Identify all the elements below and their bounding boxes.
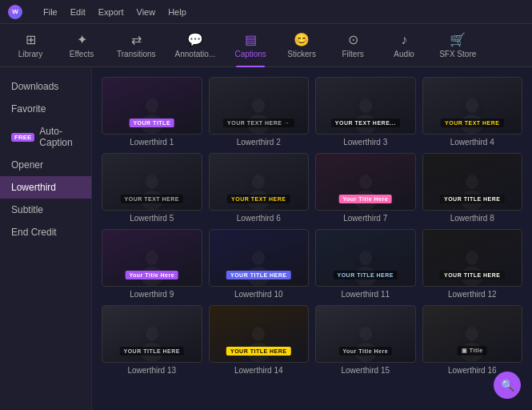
svg-point-22 — [466, 251, 478, 265]
menu-item-help[interactable]: Help — [168, 7, 186, 17]
grid-item-1[interactable]: YOUR TITLE Lowerthird 1 — [102, 77, 202, 147]
tab-label-stickers: Stickers — [287, 50, 316, 58]
card-label-15: Lowerthird 15 — [315, 366, 416, 375]
tab-label-audio: Audio — [394, 50, 414, 58]
person-silhouette — [346, 246, 386, 286]
menu-item-file[interactable]: File — [43, 7, 58, 17]
tab-stickers[interactable]: 😊 Stickers — [278, 27, 326, 64]
grid-item-16[interactable]: ▣ Title Lowerthird 16 — [422, 305, 523, 375]
grid-item-9[interactable]: Your Title Here Lowerthird 9 — [102, 229, 202, 299]
card-label-2: Lowerthird 2 — [209, 138, 310, 147]
thumb-overlay-15: Your Title Here — [338, 347, 392, 356]
tab-icon-filters: ⊙ — [348, 32, 358, 47]
card-label-8: Lowerthird 8 — [422, 214, 523, 223]
sidebar-label-opener: Opener — [11, 159, 43, 171]
sidebar-item-favorite[interactable]: Favorite — [0, 98, 91, 120]
person-silhouette — [132, 170, 172, 210]
sidebar-label-subtitle: Subtitle — [11, 204, 43, 215]
thumb-overlay-9: Your Title Here — [125, 271, 178, 279]
thumb-overlay-16: ▣ Title — [458, 346, 487, 356]
grid-item-12[interactable]: YOUR TITLE HERE Lowerthird 12 — [422, 229, 523, 299]
tab-audio[interactable]: ♪ Audio — [380, 27, 428, 64]
tab-label-library: Library — [18, 50, 43, 58]
thumb-overlay-7: Your Title Here — [338, 195, 392, 203]
grid-item-11[interactable]: YOUR TITLE HERE Lowerthird 11 — [315, 229, 416, 299]
grid-item-2[interactable]: YOUR TEXT HERE → Lowerthird 2 — [209, 77, 310, 147]
card-label-3: Lowerthird 3 — [315, 138, 416, 147]
grid-item-5[interactable]: YOUR TEXT HERE Lowerthird 5 — [102, 153, 202, 223]
tab-icon-library: ⊞ — [26, 32, 36, 47]
card-label-4: Lowerthird 4 — [422, 138, 523, 147]
menu-item-view[interactable]: View — [137, 7, 156, 17]
tab-icon-transitions: ⇄ — [131, 32, 142, 47]
search-button[interactable]: 🔍 — [494, 372, 521, 399]
svg-point-6 — [466, 98, 478, 113]
svg-point-2 — [252, 98, 265, 113]
card-label-7: Lowerthird 7 — [315, 214, 416, 223]
tab-label-effects: Effects — [70, 50, 94, 58]
svg-point-16 — [146, 251, 158, 265]
person-silhouette — [238, 322, 278, 362]
sidebar-item-lowerthird[interactable]: Lowerthird — [0, 176, 91, 199]
sidebar-label-autocaption: Auto-Caption — [39, 126, 80, 148]
tab-icon-sfxstore: 🛒 — [450, 32, 466, 47]
titlebar: W FileEditExportViewHelp — [0, 0, 532, 24]
menu-item-edit[interactable]: Edit — [70, 7, 86, 17]
grid-item-13[interactable]: YOUR TITLE HERE Lowerthird 13 — [102, 305, 202, 375]
grid-item-14[interactable]: YOUR TITLE HERE Lowerthird 14 — [209, 305, 310, 375]
grid-item-8[interactable]: YOUR TITLE HERE Lowerthird 8 — [422, 153, 523, 223]
person-silhouette — [346, 322, 386, 362]
tab-effects[interactable]: ✦ Effects — [58, 27, 106, 64]
person-silhouette — [132, 94, 172, 134]
person-silhouette — [452, 322, 492, 362]
svg-point-4 — [359, 98, 372, 113]
svg-point-14 — [466, 175, 478, 189]
tab-filters[interactable]: ⊙ Filters — [329, 27, 377, 64]
sidebar-item-autocaption[interactable]: FREEAuto-Caption — [0, 120, 91, 154]
thumb-overlay-5: YOUR TEXT HERE — [121, 195, 183, 203]
person-silhouette — [132, 246, 172, 286]
grid-item-7[interactable]: Your Title Here Lowerthird 7 — [315, 153, 416, 223]
person-silhouette — [238, 170, 278, 210]
thumb-overlay-1: YOUR TITLE — [129, 119, 174, 127]
tab-annotations[interactable]: 💬 Annotatio... — [167, 27, 224, 64]
svg-point-10 — [252, 175, 265, 189]
toolbar: ⊞ Library ✦ Effects ⇄ Transitions 💬 Anno… — [0, 24, 532, 67]
tab-label-sfxstore: SFX Store — [439, 50, 476, 58]
person-silhouette — [452, 246, 492, 286]
svg-point-24 — [146, 327, 158, 341]
thumb-overlay-13: YOUR TITLE HERE — [119, 347, 184, 356]
sidebar-label-downloads: Downloads — [11, 81, 58, 92]
sidebar-item-endcredit[interactable]: End Credit — [0, 221, 91, 243]
menu-item-export[interactable]: Export — [98, 7, 124, 17]
sidebar-item-downloads[interactable]: Downloads — [0, 75, 91, 98]
grid-item-15[interactable]: Your Title Here Lowerthird 15 — [315, 305, 416, 375]
badge-free: FREE — [11, 133, 34, 142]
grid-item-3[interactable]: YOUR TEXT HERE... Lowerthird 3 — [315, 77, 416, 147]
card-label-12: Lowerthird 12 — [422, 290, 523, 299]
menu-bar: FileEditExportViewHelp — [43, 7, 186, 17]
svg-point-0 — [146, 98, 158, 113]
tab-library[interactable]: ⊞ Library — [6, 27, 54, 64]
grid-item-10[interactable]: YOUR TITLE HERE Lowerthird 10 — [209, 229, 310, 299]
thumb-overlay-8: YOUR TITLE HERE — [440, 195, 505, 203]
tab-icon-stickers: 😊 — [294, 32, 310, 47]
items-grid: YOUR TITLE Lowerthird 1 YOUR TEXT HERE →… — [102, 77, 522, 375]
sidebar: DownloadsFavoriteFREEAuto-CaptionOpenerL… — [0, 67, 92, 410]
sidebar-item-subtitle[interactable]: Subtitle — [0, 199, 91, 221]
grid-item-4[interactable]: YOUR TEXT HERE Lowerthird 4 — [422, 77, 523, 147]
person-silhouette — [346, 94, 386, 134]
tab-icon-captions: ▤ — [245, 32, 257, 47]
tab-icon-annotations: 💬 — [187, 32, 203, 47]
person-silhouette — [452, 94, 492, 134]
svg-point-30 — [466, 327, 478, 341]
sidebar-item-opener[interactable]: Opener — [0, 154, 91, 176]
card-label-10: Lowerthird 10 — [209, 290, 310, 299]
tab-sfxstore[interactable]: 🛒 SFX Store — [431, 27, 484, 64]
svg-point-8 — [146, 175, 158, 189]
thumb-overlay-6: YOUR TEXT HERE — [227, 195, 290, 203]
grid-item-6[interactable]: YOUR TEXT HERE Lowerthird 6 — [209, 153, 310, 223]
svg-point-18 — [252, 251, 265, 265]
tab-captions[interactable]: ▤ Captions — [226, 27, 274, 64]
tab-transitions[interactable]: ⇄ Transitions — [109, 27, 164, 64]
